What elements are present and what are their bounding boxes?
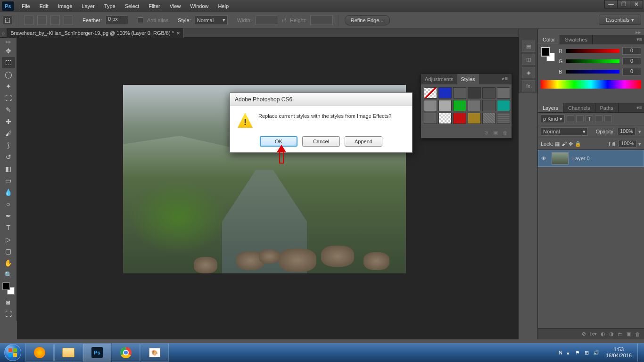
- style-swatch[interactable]: [424, 100, 437, 111]
- clone-stamp-tool-icon[interactable]: ⟆: [2, 140, 15, 151]
- b-slider[interactable]: [566, 70, 619, 74]
- zoom-tool-icon[interactable]: 🔍: [2, 269, 15, 280]
- marquee-tool-preset-icon[interactable]: [3, 16, 12, 25]
- menu-select[interactable]: Select: [120, 3, 144, 9]
- tab-styles[interactable]: Styles: [457, 74, 479, 84]
- new-style-icon[interactable]: ▣: [493, 130, 498, 136]
- type-tool-icon[interactable]: T: [2, 222, 15, 233]
- trash-icon[interactable]: 🗑: [503, 130, 508, 136]
- menu-window[interactable]: Window: [185, 3, 213, 9]
- layer-thumbnail[interactable]: [552, 152, 569, 165]
- style-swatch[interactable]: [468, 87, 481, 99]
- show-desktop-button[interactable]: [637, 344, 642, 362]
- fg-color-swatch[interactable]: [541, 47, 550, 57]
- lasso-tool-icon[interactable]: ◯: [2, 69, 15, 80]
- fill-input[interactable]: 100%: [619, 140, 636, 148]
- eraser-tool-icon[interactable]: ◧: [2, 163, 15, 174]
- volume-icon[interactable]: 🔊: [593, 349, 600, 356]
- filter-adjust-icon[interactable]: [576, 115, 584, 122]
- hand-tool-icon[interactable]: ✋: [2, 257, 15, 269]
- style-swatch[interactable]: [497, 87, 510, 99]
- quick-select-tool-icon[interactable]: ✦: [2, 81, 15, 92]
- flag-icon[interactable]: ⚑: [574, 349, 581, 356]
- trash-icon[interactable]: 🗑: [635, 331, 640, 337]
- selection-subtract-icon[interactable]: [50, 16, 60, 25]
- filter-type-icon[interactable]: T: [586, 115, 593, 122]
- new-layer-icon[interactable]: ▣: [627, 331, 631, 337]
- menu-edit[interactable]: Edit: [35, 3, 53, 9]
- paragraph-panel-icon[interactable]: fx: [522, 80, 535, 91]
- color-spectrum[interactable]: [541, 80, 641, 89]
- tab-color[interactable]: Color: [538, 35, 560, 44]
- menu-help[interactable]: Help: [213, 3, 233, 9]
- menu-filter[interactable]: Filter: [144, 3, 165, 9]
- style-swatch[interactable]: [482, 113, 495, 124]
- maximize-button[interactable]: ❐: [617, 0, 630, 8]
- foreground-background-colors[interactable]: [2, 282, 15, 295]
- minimize-button[interactable]: —: [604, 0, 618, 8]
- menu-type[interactable]: Type: [99, 3, 120, 9]
- marquee-tool-icon[interactable]: [2, 57, 15, 68]
- blur-tool-icon[interactable]: 💧: [2, 187, 15, 198]
- network-icon[interactable]: ⊞: [583, 349, 591, 356]
- menu-view[interactable]: View: [165, 3, 186, 9]
- adjustment-layer-icon[interactable]: ◑: [609, 331, 614, 337]
- properties-panel-icon[interactable]: ◫: [522, 54, 535, 65]
- crop-tool-icon[interactable]: ⛶: [2, 92, 15, 104]
- tab-swatches[interactable]: Swatches: [560, 35, 593, 44]
- show-hidden-icon[interactable]: ▴: [564, 349, 572, 356]
- opacity-input[interactable]: 100%: [618, 128, 636, 135]
- menu-layer[interactable]: Layer: [77, 3, 99, 9]
- gradient-tool-icon[interactable]: ▭: [2, 175, 15, 186]
- b-value[interactable]: 0: [622, 68, 641, 75]
- taskbar-firefox[interactable]: [25, 344, 54, 362]
- lock-all-icon[interactable]: 🔒: [575, 141, 581, 147]
- menu-image[interactable]: Image: [53, 3, 77, 9]
- style-swatch[interactable]: [482, 100, 495, 111]
- style-swatch[interactable]: [482, 87, 495, 99]
- filter-kind-select[interactable]: ρ Kind ▾: [541, 115, 565, 123]
- history-brush-tool-icon[interactable]: ↺: [2, 151, 15, 163]
- rectangle-tool-icon[interactable]: ▢: [2, 246, 15, 257]
- style-swatch[interactable]: [438, 87, 452, 99]
- r-slider[interactable]: [566, 49, 619, 53]
- layer-mask-icon[interactable]: ◐: [601, 331, 605, 337]
- history-panel-icon[interactable]: ▤: [522, 41, 535, 52]
- g-value[interactable]: 0: [622, 58, 641, 65]
- collapse-icon[interactable]: ▸▸: [0, 39, 17, 45]
- foreground-color-swatch[interactable]: [2, 282, 10, 290]
- refine-edge-button[interactable]: Refine Edge...: [345, 15, 390, 25]
- chevron-down-icon[interactable]: ▾: [638, 141, 641, 147]
- style-select[interactable]: Normal▾: [195, 16, 228, 25]
- document-tab[interactable]: Braveheart_by_-Kilian_Schînberger-19.jpg…: [7, 28, 184, 38]
- style-swatch[interactable]: [468, 113, 481, 124]
- panel-menu-icon[interactable]: ▸≡: [500, 75, 510, 82]
- style-swatch[interactable]: [497, 113, 510, 124]
- feather-input[interactable]: 0 px: [106, 16, 128, 25]
- lock-pixels-icon[interactable]: 🖌: [561, 141, 567, 147]
- layer-item[interactable]: 👁 Layer 0: [538, 150, 644, 167]
- selection-add-icon[interactable]: [37, 16, 47, 25]
- start-button[interactable]: [0, 343, 25, 362]
- tab-adjustments[interactable]: Adjustments: [421, 74, 457, 84]
- filter-shape-icon[interactable]: [595, 115, 603, 122]
- taskbar-photoshop[interactable]: Ps: [83, 344, 111, 362]
- no-style-icon[interactable]: ⊘: [484, 130, 488, 136]
- filter-pixel-icon[interactable]: [567, 115, 574, 122]
- close-tab-icon[interactable]: ×: [177, 30, 180, 36]
- style-swatch[interactable]: [497, 100, 510, 111]
- taskbar-chrome[interactable]: [112, 344, 140, 362]
- healing-brush-tool-icon[interactable]: ✚: [2, 116, 15, 127]
- group-icon[interactable]: 🗀: [618, 331, 623, 337]
- taskbar-explorer[interactable]: [54, 344, 83, 362]
- brush-tool-icon[interactable]: 🖌: [2, 128, 15, 139]
- panel-menu-icon[interactable]: ▾≡: [636, 36, 642, 42]
- workspace-switcher[interactable]: Essentials ▾: [599, 15, 641, 25]
- style-swatch[interactable]: [438, 100, 452, 111]
- lock-position-icon[interactable]: ✥: [569, 141, 573, 147]
- append-button[interactable]: Append: [345, 136, 382, 147]
- collapse-icon[interactable]: ▸▸: [538, 29, 644, 35]
- tab-channels[interactable]: Channels: [563, 103, 595, 112]
- screenmode-icon[interactable]: ⛶: [2, 308, 15, 320]
- style-swatch[interactable]: [424, 87, 437, 99]
